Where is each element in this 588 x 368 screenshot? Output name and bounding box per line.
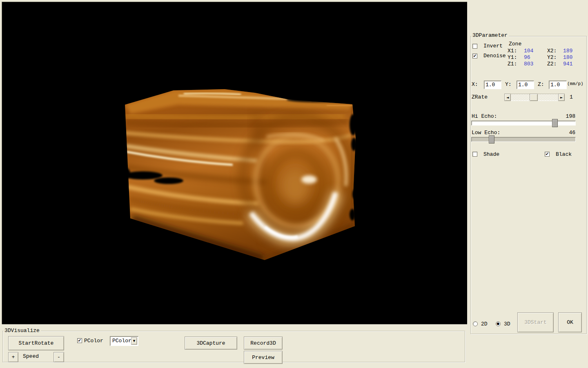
zone-z1-value: 803 (524, 61, 533, 67)
denoise-label: Denoise (483, 53, 506, 59)
right-arrow-icon: ► (560, 96, 563, 99)
pcolor-dropdown-button[interactable]: ▼ (131, 337, 137, 345)
x-spacing-label: X: (472, 81, 478, 88)
mode-3d-dot: ● (496, 322, 500, 326)
black-checkbox[interactable]: ✔ (545, 152, 550, 157)
capture3d-button[interactable]: 3DCapture (185, 337, 237, 350)
mode-3d-label: 3D (504, 321, 510, 327)
ultrasound-volume-render (2, 2, 468, 325)
zrate-left-arrow[interactable]: ◄ (504, 94, 511, 101)
hi-echo-value: 198 (562, 113, 575, 119)
spacing-unit-label: (mm/p) (567, 81, 584, 87)
left-arrow-icon: ◄ (506, 96, 509, 99)
black-label: Black (556, 151, 572, 157)
speed-plus-button[interactable]: + (8, 352, 18, 362)
y-spacing-input[interactable] (517, 81, 534, 89)
low-echo-value: 46 (562, 130, 575, 136)
zrate-label: ZRate (472, 94, 488, 100)
visualize-panel: 3DVisualize StartRotate + Speed - ✔ PCol… (0, 325, 467, 368)
zone-z2-value: 941 (563, 61, 572, 67)
denoise-checkbox[interactable]: ✔ (472, 54, 477, 58)
pcolor-label: PColor (84, 338, 103, 344)
zone-x1-label: X1: (508, 48, 517, 54)
low-echo-label: Low Echo: (472, 130, 500, 136)
zone-z2-label: Z2: (547, 61, 557, 67)
speed-minus-button[interactable]: - (53, 352, 64, 362)
black-checkmark: ✔ (545, 152, 549, 156)
pcolor-dropdown[interactable]: PColor ▼ (110, 336, 138, 346)
speed-label: Speed (23, 353, 39, 359)
record3d-button[interactable]: Record3D (244, 337, 283, 350)
zone-x2-value: 189 (563, 48, 572, 54)
zrate-right-arrow[interactable]: ► (558, 94, 565, 101)
low-echo-thumb[interactable] (489, 135, 494, 144)
x-spacing-input[interactable] (484, 81, 501, 89)
zone-y2-value: 180 (563, 54, 572, 61)
mode-2d-radio[interactable] (473, 321, 478, 326)
preview-button[interactable]: Preview (244, 351, 283, 364)
ok-button[interactable]: OK (558, 312, 582, 332)
pcolor-dropdown-value: PColor (112, 338, 131, 344)
low-echo-track[interactable] (471, 137, 576, 142)
chevron-down-icon: ▼ (133, 339, 135, 343)
zone-x2-label: X2: (547, 48, 557, 54)
shade-label: Shade (483, 151, 499, 157)
hi-echo-label: Hi Echo: (472, 113, 497, 119)
zrate-thumb[interactable] (530, 94, 538, 101)
start3d-button[interactable]: 3DStart (517, 312, 554, 332)
zone-title: Zone (509, 41, 521, 47)
zrate-scrollbar[interactable]: ◄ ► (504, 94, 565, 101)
parameter-group-title: 3DParameter (471, 32, 509, 38)
hi-echo-track[interactable] (471, 121, 576, 126)
mode-3d-radio[interactable]: ● (496, 321, 501, 326)
parameter-panel: 3DParameter Invert ✔ Denoise Zone X1: 10… (468, 0, 588, 368)
shade-checkbox[interactable] (472, 152, 477, 157)
mode-2d-label: 2D (481, 321, 488, 327)
pcolor-checkbox[interactable]: ✔ (77, 338, 82, 343)
zone-z1-label: Z1: (508, 61, 517, 67)
invert-label: Invert (483, 43, 503, 49)
invert-checkbox[interactable] (472, 44, 477, 49)
start-rotate-button[interactable]: StartRotate (8, 336, 64, 350)
zone-y1-value: 96 (524, 54, 530, 61)
zone-y1-label: Y1: (508, 54, 517, 61)
zrate-value: 1 (570, 94, 573, 100)
hi-echo-thumb[interactable] (552, 119, 558, 127)
z-spacing-label: Z: (538, 81, 544, 88)
pcolor-checkmark: ✔ (78, 339, 82, 343)
render-viewport[interactable] (2, 2, 467, 324)
visualize-group-title: 3DVisualize (3, 328, 41, 334)
z-spacing-input[interactable] (549, 81, 567, 89)
y-spacing-label: Y: (505, 81, 512, 88)
zone-x1-value: 104 (524, 48, 533, 54)
denoise-checkmark: ✔ (473, 54, 477, 58)
zone-y2-label: Y2: (547, 54, 557, 61)
